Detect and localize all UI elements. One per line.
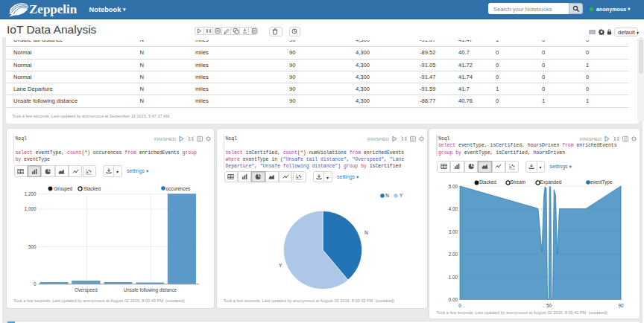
svg-text:N: N [364, 230, 368, 235]
svg-text:3.00: 3.00 [449, 229, 458, 234]
svg-text:0: 0 [458, 303, 461, 308]
svg-text:2.00: 2.00 [449, 252, 458, 257]
svg-text:90: 90 [618, 303, 624, 308]
svg-text:1.00: 1.00 [449, 275, 458, 280]
svg-text:Unsafe following distance: Unsafe following distance [123, 287, 177, 293]
svg-text:1,200: 1,200 [24, 191, 36, 196]
svg-text:50: 50 [546, 303, 552, 308]
svg-text:4.00: 4.00 [449, 206, 458, 211]
svg-text:Y: Y [279, 263, 282, 268]
svg-text:0.00: 0.00 [449, 297, 458, 302]
svg-text:5.00: 5.00 [449, 184, 458, 189]
svg-text:Overspeed: Overspeed [74, 287, 97, 293]
svg-text:1,000: 1,000 [24, 206, 36, 211]
svg-text:0: 0 [33, 281, 36, 287]
svg-text:500: 500 [28, 244, 36, 249]
